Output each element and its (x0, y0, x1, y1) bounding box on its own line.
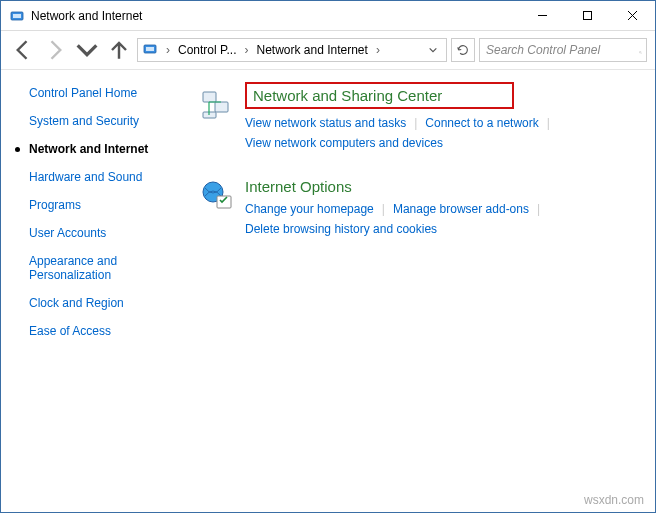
link-network-sharing-center[interactable]: Network and Sharing Center (245, 82, 514, 109)
link-manage-addons[interactable]: Manage browser add-ons (393, 199, 529, 219)
sidebar-item-network-internet[interactable]: Network and Internet (29, 142, 189, 156)
separator: | (382, 199, 385, 219)
link-connect-network[interactable]: Connect to a network (425, 113, 538, 133)
minimize-button[interactable] (520, 1, 565, 30)
body: Control Panel Home System and Security N… (1, 70, 655, 511)
recent-dropdown[interactable] (73, 36, 101, 64)
search-icon[interactable] (639, 43, 642, 57)
forward-button[interactable] (41, 36, 69, 64)
svg-point-8 (639, 51, 641, 53)
breadcrumb-item[interactable]: Network and Internet (256, 43, 367, 57)
sidebar-item-appearance-personalization[interactable]: Appearance and Personalization (29, 254, 189, 282)
link-delete-history[interactable]: Delete browsing history and cookies (245, 219, 437, 239)
separator: | (537, 199, 540, 219)
link-change-homepage[interactable]: Change your homepage (245, 199, 374, 219)
task-list: Change your homepage | Manage browser ad… (245, 199, 637, 240)
section-internet-options: Internet Options Change your homepage | … (201, 178, 637, 240)
section-body: Internet Options Change your homepage | … (245, 178, 637, 240)
address-dropdown[interactable] (424, 41, 442, 59)
title-bar: Network and Internet (1, 1, 655, 31)
window-title: Network and Internet (31, 9, 520, 23)
chevron-right-icon[interactable]: › (166, 43, 170, 57)
svg-rect-11 (215, 102, 228, 112)
network-sharing-icon (201, 88, 233, 120)
toolbar: › Control P... › Network and Internet › (1, 31, 655, 69)
sidebar: Control Panel Home System and Security N… (1, 70, 201, 511)
section-body: Network and Sharing Center View network … (245, 86, 637, 154)
task-list: View network status and tasks | Connect … (245, 113, 637, 154)
internet-options-icon (201, 180, 233, 212)
up-button[interactable] (105, 36, 133, 64)
chevron-right-icon[interactable]: › (376, 43, 380, 57)
separator: | (547, 113, 550, 133)
sidebar-item-system-security[interactable]: System and Security (29, 114, 189, 128)
maximize-button[interactable] (565, 1, 610, 30)
location-icon (142, 41, 158, 60)
sidebar-item-ease-of-access[interactable]: Ease of Access (29, 324, 189, 338)
window-controls (520, 1, 655, 30)
link-view-network-status[interactable]: View network status and tasks (245, 113, 406, 133)
svg-line-9 (641, 53, 642, 54)
refresh-button[interactable] (451, 38, 475, 62)
sidebar-item-user-accounts[interactable]: User Accounts (29, 226, 189, 240)
separator: | (414, 113, 417, 133)
search-box[interactable] (479, 38, 647, 62)
close-button[interactable] (610, 1, 655, 30)
link-view-network-computers[interactable]: View network computers and devices (245, 133, 443, 153)
svg-rect-14 (217, 196, 231, 208)
watermark: wsxdn.com (584, 493, 644, 507)
sidebar-item-control-panel-home[interactable]: Control Panel Home (29, 86, 189, 100)
svg-rect-1 (13, 14, 21, 18)
sidebar-item-hardware-sound[interactable]: Hardware and Sound (29, 170, 189, 184)
svg-rect-7 (146, 47, 154, 51)
sidebar-item-clock-region[interactable]: Clock and Region (29, 296, 189, 310)
breadcrumb-item[interactable]: Control P... (178, 43, 236, 57)
content-area: Network and Sharing Center View network … (201, 70, 655, 511)
search-input[interactable] (484, 42, 639, 58)
chevron-right-icon[interactable]: › (244, 43, 248, 57)
sidebar-item-programs[interactable]: Programs (29, 198, 189, 212)
link-internet-options[interactable]: Internet Options (245, 178, 352, 195)
address-bar[interactable]: › Control P... › Network and Internet › (137, 38, 447, 62)
svg-rect-3 (584, 12, 592, 20)
svg-rect-10 (203, 92, 216, 102)
back-button[interactable] (9, 36, 37, 64)
section-network-sharing: Network and Sharing Center View network … (201, 86, 637, 154)
app-icon (9, 8, 25, 24)
